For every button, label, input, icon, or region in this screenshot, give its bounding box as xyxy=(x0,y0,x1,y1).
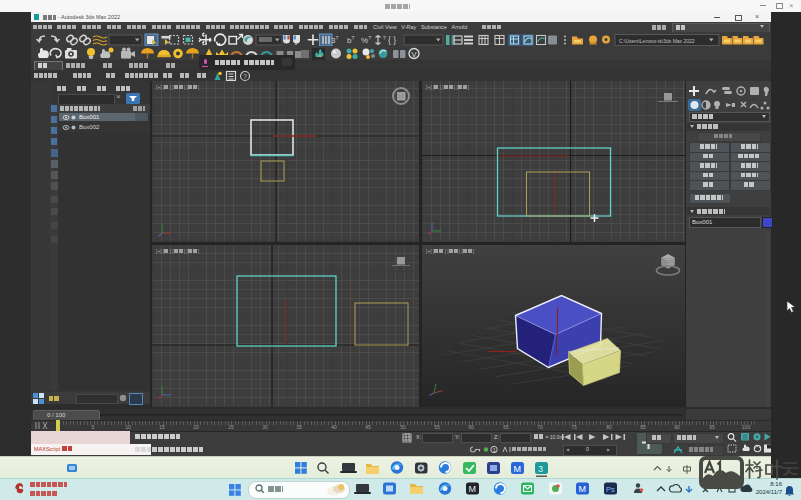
svg-text:%?: %? xyxy=(361,35,371,45)
svg-text:{ }: { } xyxy=(388,35,396,45)
svg-text:M: M xyxy=(514,464,522,474)
svg-text:C:\Users\Lenovo-ts\3ds Max 202: C:\Users\Lenovo-ts\3ds Max 2022 xyxy=(619,37,695,43)
svg-text:V: V xyxy=(412,50,417,59)
svg-text:M: M xyxy=(579,484,587,494)
svg-text:Ps: Ps xyxy=(606,485,615,494)
svg-text:3: 3 xyxy=(538,464,543,474)
svg-text:1: 1 xyxy=(493,447,496,453)
svg-text:?: ? xyxy=(243,73,247,80)
svg-text:M: M xyxy=(469,484,477,494)
svg-text:3?: 3? xyxy=(331,35,338,45)
svg-text:b?: b? xyxy=(347,35,354,45)
svg-text:?: ? xyxy=(383,35,386,41)
